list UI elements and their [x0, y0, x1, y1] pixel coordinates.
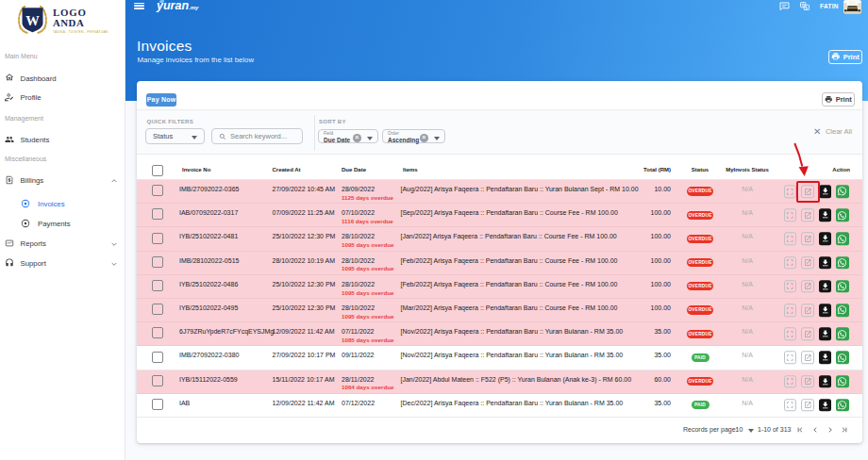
svg-text:TADIKA - TUISYEN - PERSATUAN: TADIKA - TUISYEN - PERSATUAN	[53, 30, 108, 34]
svg-text:ANDA: ANDA	[53, 17, 84, 28]
svg-text:W: W	[25, 13, 40, 28]
